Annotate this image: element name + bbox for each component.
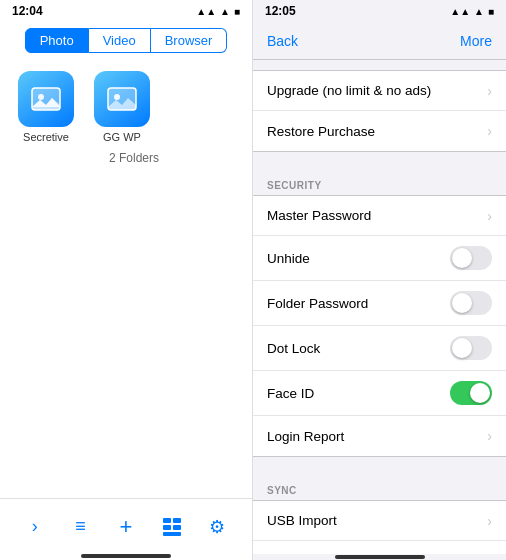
right-signal-icon: ▲▲ <box>450 6 470 17</box>
settings-row-master-password[interactable]: Master Password › <box>253 196 506 236</box>
restore-chevron-icon: › <box>487 123 492 139</box>
sync-section: SYNC USB Import › USB Export › WiFi Tran… <box>253 473 506 554</box>
left-panel: 12:04 ▲▲ ▲ ■ Photo Video Browser <box>0 0 253 560</box>
bottom-toolbar: › ≡ + ⚙ <box>0 498 252 554</box>
settings-list: Upgrade (no limit & no ads) › Restore Pu… <box>253 60 506 554</box>
nav-bar: Back More <box>253 22 506 60</box>
photo-icon <box>30 83 62 115</box>
right-time: 12:05 <box>265 4 296 18</box>
right-status-icons: ▲▲ ▲ ■ <box>450 6 494 17</box>
right-home-bar <box>335 555 425 559</box>
master-password-chevron-icon: › <box>487 208 492 224</box>
unhide-label: Unhide <box>267 251 310 266</box>
usb-import-label: USB Import <box>267 513 337 528</box>
right-panel: 12:05 ▲▲ ▲ ■ Back More Upgrade (no limit… <box>253 0 506 560</box>
face-id-toggle-thumb <box>470 383 490 403</box>
security-header: SECURITY <box>253 168 506 195</box>
folder-password-label: Folder Password <box>267 296 368 311</box>
upgrade-label: Upgrade (no limit & no ads) <box>267 83 431 98</box>
unhide-toggle[interactable] <box>450 246 492 270</box>
svg-rect-10 <box>163 525 171 530</box>
face-id-label: Face ID <box>267 386 314 401</box>
back-button[interactable]: Back <box>267 33 298 49</box>
svg-rect-8 <box>163 518 171 523</box>
grid-icon[interactable] <box>154 509 190 545</box>
sync-group: USB Import › USB Export › WiFi Transfer … <box>253 500 506 554</box>
folder-password-toggle[interactable] <box>450 291 492 315</box>
battery-icon: ■ <box>234 6 240 17</box>
settings-row-dot-lock[interactable]: Dot Lock <box>253 326 506 371</box>
chevron-right-icon[interactable]: › <box>17 509 53 545</box>
face-id-toggle-track <box>450 381 492 405</box>
face-id-toggle[interactable] <box>450 381 492 405</box>
folder-name-ggwp: GG WP <box>103 131 141 143</box>
settings-row-usb-export[interactable]: USB Export › <box>253 541 506 554</box>
usb-import-chevron-icon: › <box>487 513 492 529</box>
tab-browser[interactable]: Browser <box>151 28 228 53</box>
folder-icon-secretive <box>18 71 74 127</box>
right-status-bar: 12:05 ▲▲ ▲ ■ <box>253 0 506 22</box>
top-settings-group: Upgrade (no limit & no ads) › Restore Pu… <box>253 70 506 152</box>
add-icon[interactable]: + <box>108 509 144 545</box>
folder-item-ggwp[interactable]: GG WP <box>92 71 152 143</box>
tab-video[interactable]: Video <box>89 28 151 53</box>
folder-row: Secretive GG WP <box>16 71 152 143</box>
right-wifi-icon: ▲ <box>474 6 484 17</box>
wifi-icon: ▲ <box>220 6 230 17</box>
settings-row-login-report[interactable]: Login Report › <box>253 416 506 456</box>
unhide-toggle-thumb <box>452 248 472 268</box>
settings-row-restore[interactable]: Restore Purchase › <box>253 111 506 151</box>
restore-label: Restore Purchase <box>267 124 375 139</box>
dot-lock-toggle-track <box>450 336 492 360</box>
svg-rect-9 <box>173 518 181 523</box>
upgrade-chevron-icon: › <box>487 83 492 99</box>
folder-name-secretive: Secretive <box>23 131 69 143</box>
login-report-chevron-icon: › <box>487 428 492 444</box>
list-icon[interactable]: ≡ <box>62 509 98 545</box>
settings-row-folder-password[interactable]: Folder Password <box>253 281 506 326</box>
folder-password-toggle-track <box>450 291 492 315</box>
photo-icon-2 <box>106 83 138 115</box>
gear-icon[interactable]: ⚙ <box>199 509 235 545</box>
settings-row-unhide[interactable]: Unhide <box>253 236 506 281</box>
settings-row-face-id[interactable]: Face ID <box>253 371 506 416</box>
left-time: 12:04 <box>12 4 43 18</box>
folder-item-secretive[interactable]: Secretive <box>16 71 76 143</box>
svg-rect-11 <box>173 525 181 530</box>
login-report-label: Login Report <box>267 429 344 444</box>
svg-point-2 <box>38 94 44 100</box>
settings-row-upgrade[interactable]: Upgrade (no limit & no ads) › <box>253 71 506 111</box>
tab-photo[interactable]: Photo <box>25 28 89 53</box>
right-battery-icon: ■ <box>488 6 494 17</box>
signal-icon: ▲▲ <box>196 6 216 17</box>
folder-icon-ggwp <box>94 71 150 127</box>
right-home-indicator <box>253 554 506 560</box>
more-button[interactable]: More <box>460 33 492 49</box>
security-group: Master Password › Unhide Folder Password <box>253 195 506 457</box>
dot-lock-toggle[interactable] <box>450 336 492 360</box>
master-password-label: Master Password <box>267 208 371 223</box>
sync-header: SYNC <box>253 473 506 500</box>
folder-count: 2 Folders <box>16 151 236 165</box>
home-indicator-left <box>0 554 252 560</box>
left-status-bar: 12:04 ▲▲ ▲ ■ <box>0 0 252 22</box>
left-status-icons: ▲▲ ▲ ■ <box>196 6 240 17</box>
svg-point-6 <box>114 94 120 100</box>
unhide-toggle-track <box>450 246 492 270</box>
folder-grid: Secretive GG WP 2 Folders <box>0 59 252 498</box>
folder-password-toggle-thumb <box>452 293 472 313</box>
home-bar <box>81 554 171 558</box>
dot-lock-label: Dot Lock <box>267 341 320 356</box>
security-section: SECURITY Master Password › Unhide Folder… <box>253 168 506 457</box>
settings-row-usb-import[interactable]: USB Import › <box>253 501 506 541</box>
dot-lock-toggle-thumb <box>452 338 472 358</box>
svg-rect-12 <box>163 532 181 536</box>
tab-bar: Photo Video Browser <box>0 22 252 59</box>
